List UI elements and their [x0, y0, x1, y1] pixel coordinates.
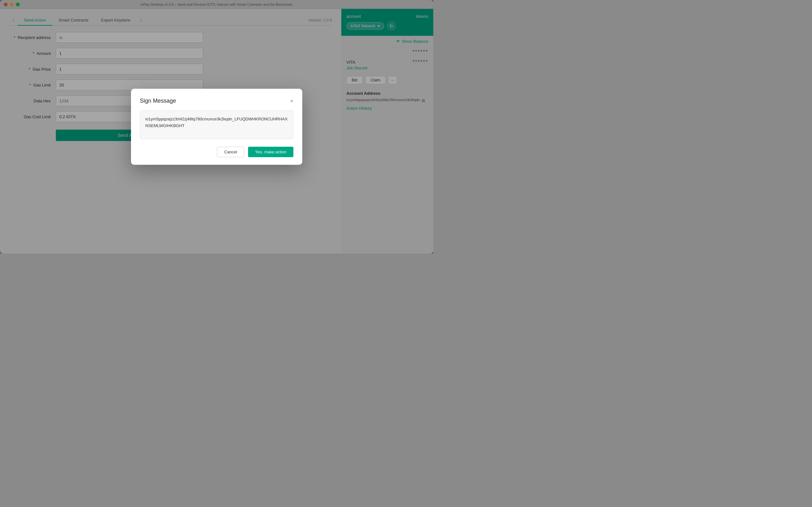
modal-header: Sign Message × [140, 98, 293, 104]
sign-message-modal: Sign Message × io1ym5ppqzejzz3rt42zj48tq… [131, 89, 302, 165]
modal-close-button[interactable]: × [290, 98, 293, 104]
modal-title: Sign Message [140, 98, 176, 104]
modal-message-box: io1ym5ppqzejzz3rt42zj48tq780cmunce3k2kqd… [140, 111, 293, 139]
confirm-button[interactable]: Yes, make action [248, 147, 293, 157]
cancel-button[interactable]: Cancel [217, 147, 244, 157]
modal-overlay: Sign Message × io1ym5ppqzejzz3rt42zj48tq… [0, 0, 433, 253]
modal-footer: Cancel Yes, make action [140, 147, 293, 157]
